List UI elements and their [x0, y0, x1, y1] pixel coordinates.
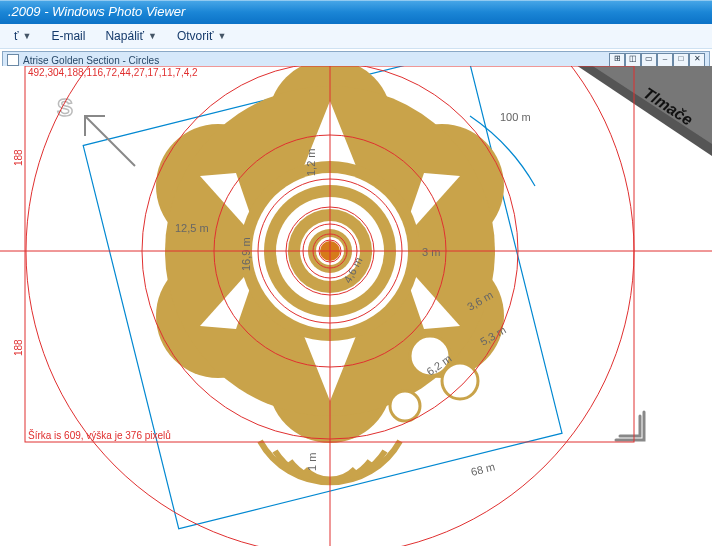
diagram-svg: 100 m 68 m 12,5 m 3 m 5,3 m 6,2 m 3,6 m … — [0, 66, 712, 546]
tool-window-title: Atrise Golden Section - Circles — [23, 55, 159, 66]
tool-grid-button-1[interactable]: ⊞ — [609, 53, 625, 67]
window-title-bar: .2009 - Windows Photo Viewer — [0, 0, 712, 24]
menu-item-email[interactable]: E-mail — [43, 27, 93, 45]
dim-1m: 1 m — [306, 453, 318, 471]
tool-minimize-button[interactable]: – — [657, 53, 673, 67]
window-title: .2009 - Windows Photo Viewer — [8, 4, 185, 19]
menu-label: Napáliť — [105, 29, 144, 43]
dim-3m: 3 m — [422, 246, 440, 258]
tool-grid-button-2[interactable]: ◫ — [625, 53, 641, 67]
chevron-down-icon: ▼ — [217, 31, 226, 41]
menu-label: Otvoriť — [177, 29, 214, 43]
menu-item-prev[interactable]: ť ▼ — [6, 27, 39, 45]
overlay-188b: 188 — [13, 339, 24, 356]
overlay-status: Šírka is 609, výška je 376 pixelů — [28, 429, 171, 441]
dim-125m: 12,5 m — [175, 222, 209, 234]
overlay-304: 304 — [170, 66, 187, 67]
menu-item-burn[interactable]: Napáliť ▼ — [97, 27, 164, 45]
tool-window-controls: ⊞ ◫ ▭ – □ ✕ — [609, 53, 705, 67]
menu-item-open[interactable]: Otvoriť ▼ — [169, 27, 234, 45]
small-circle-3 — [390, 391, 420, 421]
tool-close-button[interactable]: ✕ — [689, 53, 705, 67]
tool-maximize-button[interactable]: □ — [673, 53, 689, 67]
dim-100m: 100 m — [500, 111, 531, 123]
dim-169m: 16,9 m — [240, 237, 252, 271]
chevron-down-icon: ▼ — [23, 31, 32, 41]
tool-icon — [7, 54, 19, 66]
menu-bar: ť ▼ E-mail Napáliť ▼ Otvoriť ▼ — [0, 24, 712, 49]
compass-s: S — [57, 94, 73, 121]
small-circle-2 — [442, 363, 478, 399]
tool-grid-button-3[interactable]: ▭ — [641, 53, 657, 67]
menu-label: E-mail — [51, 29, 85, 43]
menu-label: ť — [14, 29, 19, 43]
overlay-radii: 492,304,188,116,72,44,27,17,11,7,4,2 — [28, 67, 198, 78]
dim-12m: 1,2 m — [305, 148, 317, 176]
chevron-down-icon: ▼ — [148, 31, 157, 41]
image-canvas: 100 m 68 m 12,5 m 3 m 5,3 m 6,2 m 3,6 m … — [0, 66, 712, 546]
overlay-188a: 188 — [13, 149, 24, 166]
overlay-305: 305 — [470, 66, 487, 67]
